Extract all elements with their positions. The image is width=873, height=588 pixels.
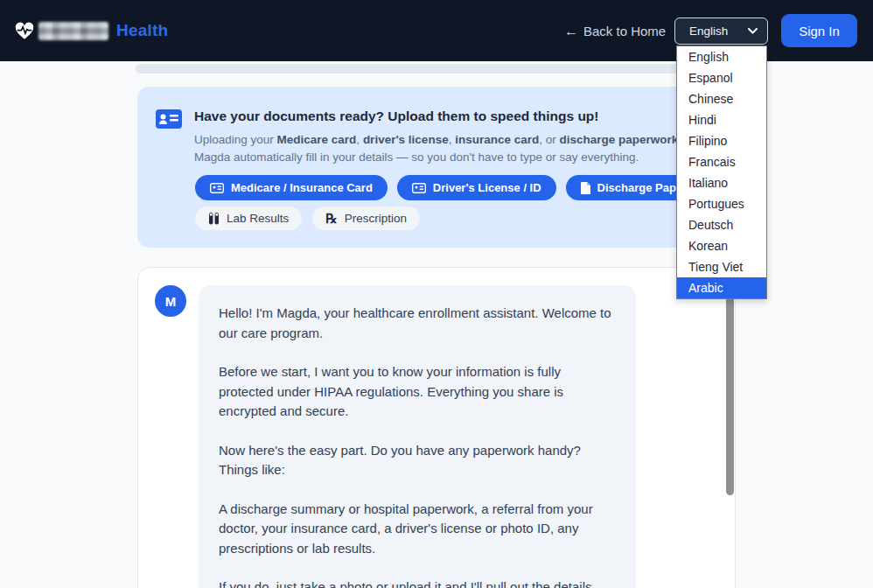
- test-tubes-icon: [208, 213, 220, 225]
- scrolled-card-remnant: [136, 64, 737, 74]
- brand-name-redacted: [38, 22, 108, 40]
- language-option-tieng-viet[interactable]: Tieng Viet: [677, 256, 766, 277]
- document-icon: [581, 182, 590, 194]
- lab-results-button[interactable]: Lab Results: [195, 206, 302, 230]
- back-arrow-icon: ←: [564, 24, 578, 38]
- language-option-italiano[interactable]: Italiano: [677, 172, 766, 193]
- medicare-insurance-card-button[interactable]: Medicare / Insurance Card: [195, 175, 388, 200]
- prescription-label: Prescription: [345, 212, 407, 225]
- language-option-deutsch[interactable]: Deutsch: [677, 214, 766, 235]
- docs-card-title: Have your documents ready? Upload them t…: [194, 108, 598, 124]
- language-option-hindi[interactable]: Hindi: [677, 109, 766, 130]
- message-paragraph: Now here's the easy part. Do you have an…: [219, 441, 616, 480]
- assistant-avatar: M: [155, 285, 186, 317]
- drivers-license-label: Driver's License / ID: [433, 181, 541, 194]
- language-option-english[interactable]: English: [677, 46, 766, 67]
- chevron-down-icon: [748, 28, 758, 34]
- language-option-portugues[interactable]: Portugues: [677, 193, 766, 214]
- id-card-icon: [156, 109, 182, 129]
- language-option-francais[interactable]: Francais: [677, 151, 766, 172]
- medicare-insurance-card-label: Medicare / Insurance Card: [231, 181, 373, 194]
- message-paragraph: A discharge summary or hospital paperwor…: [219, 500, 616, 559]
- language-option-korean[interactable]: Korean: [677, 235, 766, 256]
- language-option-chinese[interactable]: Chinese: [677, 88, 766, 109]
- id-card-icon: [210, 183, 224, 193]
- id-card-icon: [412, 183, 426, 193]
- docs-note-line2: Magda automatically fill in your details…: [194, 149, 726, 166]
- docs-primary-buttons: Medicare / Insurance Card Driver's Licen…: [195, 175, 729, 200]
- language-option-espanol[interactable]: Espanol: [677, 67, 766, 88]
- language-option-filipino[interactable]: Filipino: [677, 130, 766, 151]
- message-paragraph: Hello! I'm Magda, your healthcare enroll…: [219, 304, 616, 343]
- back-to-home-link[interactable]: ← Back to Home: [564, 24, 666, 38]
- sign-in-button[interactable]: Sign In: [781, 14, 857, 47]
- prescription-button[interactable]: ℞ Prescription: [312, 206, 420, 230]
- docs-note-line1: Uploading your Medicare card, driver's l…: [194, 131, 726, 149]
- brand-logo: Health: [15, 21, 168, 40]
- heart-pulse-icon: [15, 22, 34, 40]
- chat-scrollbar-thumb[interactable]: [726, 290, 734, 495]
- message-paragraph: Before we start, I want you to know your…: [219, 362, 616, 422]
- lab-results-label: Lab Results: [227, 212, 289, 225]
- rx-icon: ℞: [325, 212, 337, 225]
- brand-suffix: Health: [116, 21, 168, 40]
- documents-upload-card: Have your documents ready? Upload them t…: [137, 87, 736, 248]
- language-option-arabic[interactable]: Arabic: [677, 277, 766, 298]
- language-select[interactable]: English: [674, 18, 768, 45]
- language-dropdown-menu: English Espanol Chinese Hindi Filipino F…: [676, 46, 767, 299]
- docs-card-note: Uploading your Medicare card, driver's l…: [194, 131, 726, 166]
- drivers-license-button[interactable]: Driver's License / ID: [397, 175, 556, 200]
- assistant-message-bubble: Hello! I'm Magda, your healthcare enroll…: [199, 285, 636, 588]
- language-select-value: English: [689, 24, 728, 38]
- chat-panel: M Hello! I'm Magda, your healthcare enro…: [137, 267, 736, 588]
- docs-secondary-buttons: Lab Results ℞ Prescription: [195, 206, 420, 230]
- message-paragraph: If you do, just take a photo or upload i…: [219, 578, 616, 588]
- back-to-home-label: Back to Home: [583, 24, 666, 38]
